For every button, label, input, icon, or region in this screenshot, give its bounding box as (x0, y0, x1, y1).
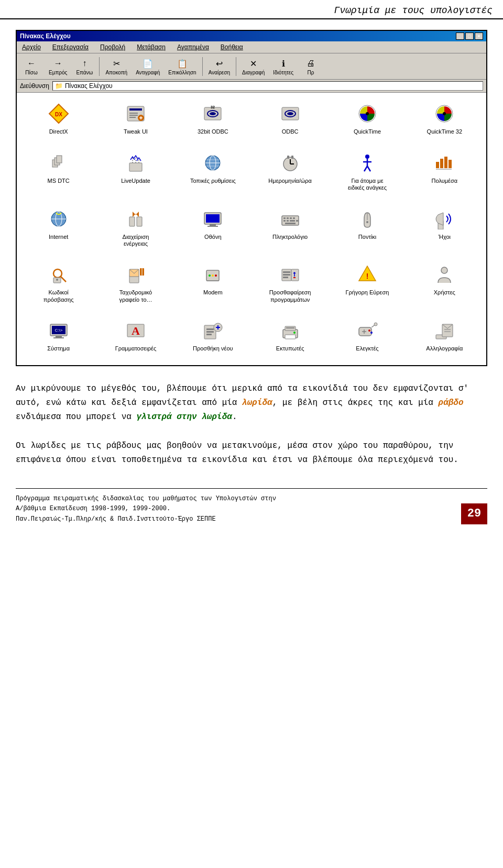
icon-quicktime32[interactable]: QuickTime 32 (408, 98, 481, 143)
icon-datetime[interactable]: Ημερομηνία/ώρα (254, 147, 326, 199)
toolbar-print[interactable]: 🖨 Πρ (298, 56, 323, 77)
icon-liveupdate[interactable]: LiveUpdate (99, 147, 172, 199)
regional-label: Τοπικές ρυθμίσεις (190, 178, 236, 184)
svg-point-66 (53, 269, 62, 278)
icon-findfastsearch[interactable]: ! Γρήγορη Εύρεση (331, 259, 403, 311)
toolbar-copy[interactable]: 📄 Αντιγραφή (132, 56, 163, 77)
icon-tweakui[interactable]: Tweak UI (99, 98, 172, 143)
system-label: Σύστημα (47, 345, 70, 352)
toolbar-back[interactable]: ← Πίσω (19, 56, 44, 77)
icon-fonts[interactable]: A Γραμματοσειρές (99, 315, 172, 360)
icon-mouse[interactable]: Ποντίκι (331, 203, 403, 255)
toolbar-up[interactable]: ↑ Επάνω (72, 56, 97, 77)
icon-multimedia[interactable]: Πολυμέσα (408, 147, 481, 199)
toolbar-delete[interactable]: ✕ Διαγραφή (238, 56, 268, 77)
toolbar-forward[interactable]: → Εμπρός (45, 56, 71, 77)
menu-bar: Αρχείο Επεξεργασία Προβολή Μετάβαση Αγαπ… (17, 41, 486, 53)
menu-help[interactable]: Βοήθεια (217, 42, 246, 52)
svg-rect-21 (57, 156, 62, 163)
icon-sounds[interactable]: Ήχοι (408, 203, 481, 255)
maximize-button[interactable]: □ (465, 32, 474, 40)
controllers-label: Ελεγκτές (356, 345, 378, 352)
toolbar-forward-label: Εμπρός (49, 70, 67, 75)
close-button[interactable]: × (475, 32, 483, 40)
minimize-button[interactable]: _ (456, 32, 464, 40)
svg-rect-47 (137, 217, 142, 226)
svg-rect-52 (207, 226, 218, 227)
accessibility-icon (355, 150, 380, 175)
toolbar-paste[interactable]: 📋 Επικόλλησn (165, 56, 200, 77)
icon-quicktime[interactable]: QuickTime (331, 98, 403, 143)
icon-32bitodbc[interactable]: 32 32bit ODBC (177, 98, 249, 143)
svg-rect-38 (436, 162, 439, 168)
directx-icon: DX (46, 101, 71, 126)
icon-keyboard[interactable]: Πληκτρολόγιο (254, 203, 326, 255)
icon-directx[interactable]: DX DirectX (22, 98, 95, 143)
icon-printers[interactable]: Εκτυπωτές (254, 315, 326, 360)
internet-label: Internet (49, 234, 68, 240)
toolbar-up-label: Επάνω (76, 70, 93, 75)
address-label: Διεύθυνση (20, 82, 49, 90)
address-field[interactable]: 📁 Πίνακας Ελέγχου (52, 81, 483, 91)
icon-internet[interactable]: Internet (22, 203, 95, 255)
32bitodbc-label: 32bit ODBC (198, 128, 228, 135)
title-bar-buttons: _ □ × (456, 32, 483, 40)
svg-point-33 (365, 155, 369, 159)
menu-file[interactable]: Αρχείο (19, 42, 44, 52)
icon-accessibility[interactable]: Για άτομα με ειδικές ανάγκες (331, 147, 403, 199)
svg-rect-58 (283, 220, 286, 222)
toolbar-cut[interactable]: ✂ Αποκοπή (102, 56, 131, 77)
toolbar-properties[interactable]: ℹ Ιδιότητες (269, 56, 297, 77)
svg-rect-82 (291, 269, 299, 281)
icon-msdtc[interactable]: MS DTC (22, 147, 95, 199)
svg-rect-51 (210, 224, 216, 226)
menu-view[interactable]: Προβολή (97, 42, 128, 52)
svg-point-10 (210, 112, 216, 115)
quicktime-label: QuickTime (354, 128, 381, 135)
toolbar-undo[interactable]: ↩ Αναίρεση (205, 56, 234, 77)
icon-system[interactable]: C:\> Σύστημα (22, 315, 95, 360)
svg-rect-60 (290, 220, 295, 222)
liveupdate-icon (123, 150, 148, 175)
icon-regional[interactable]: Τοπικές ρυθμίσεις (177, 147, 249, 199)
undo-icon: ↩ (213, 57, 225, 70)
accessibility-label: Για άτομα με ειδικές ανάγκες (344, 178, 391, 191)
icon-mail[interactable]: Αλληλογραφία (408, 315, 481, 360)
menu-favorites[interactable]: Αγαπημένα (174, 42, 212, 52)
icon-addremove[interactable]: Προσθαφαίρεση προγραμμάτων (254, 259, 326, 311)
icon-postoffice[interactable]: Ταχυδρομικό γραφείο το… (99, 259, 172, 311)
datetime-icon (278, 150, 303, 175)
svg-rect-113 (442, 324, 453, 337)
footer-line3: Παν.Πειραιώς-Τμ.Πληρ/κής & Παιδ.Ινστιτού… (16, 514, 276, 524)
menu-edit[interactable]: Επεξεργασία (49, 42, 92, 52)
svg-point-14 (287, 112, 293, 115)
toolbar: ← Πίσω → Εμπρός ↑ Επάνω ✂ Αποκοπή 📄 Αντι… (17, 53, 486, 80)
icon-display[interactable]: Οθόνη (177, 203, 249, 255)
svg-rect-41 (449, 160, 452, 168)
multimedia-label: Πολυμέσα (432, 178, 458, 184)
icon-power[interactable]: Διαχείριση ενέργειας (99, 203, 172, 255)
icon-odbc[interactable]: ODBC (254, 98, 326, 143)
icon-addnew[interactable]: Προσθήκη νέου (177, 315, 249, 360)
svg-rect-31 (287, 156, 289, 159)
svg-text:C:\>: C:\> (54, 328, 62, 333)
icon-passwords[interactable]: Κωδικοί πρόσβασης (22, 259, 95, 311)
icon-controllers[interactable]: Ελεγκτές (331, 315, 403, 360)
quicktime32-icon (432, 101, 457, 126)
toolbar-copy-label: Αντιγραφή (136, 70, 160, 75)
icon-modem[interactable]: Modem (177, 259, 249, 311)
power-icon (123, 206, 148, 232)
svg-point-18 (443, 112, 446, 115)
body-text-period: . (232, 412, 237, 422)
svg-point-111 (374, 323, 377, 326)
windows-panel: Πίνακας Ελέγχου _ □ × Αρχείο Επεξεργασία… (16, 30, 487, 366)
menu-go[interactable]: Μετάβαση (134, 42, 169, 52)
svg-point-75 (212, 274, 214, 277)
svg-text:!: ! (366, 272, 369, 280)
icon-users[interactable]: Χρήστες (408, 259, 481, 311)
toolbar-separator-1 (99, 57, 100, 76)
svg-rect-62 (285, 223, 296, 224)
svg-text:A: A (132, 324, 140, 337)
svg-point-76 (215, 274, 217, 277)
svg-point-108 (368, 329, 370, 332)
